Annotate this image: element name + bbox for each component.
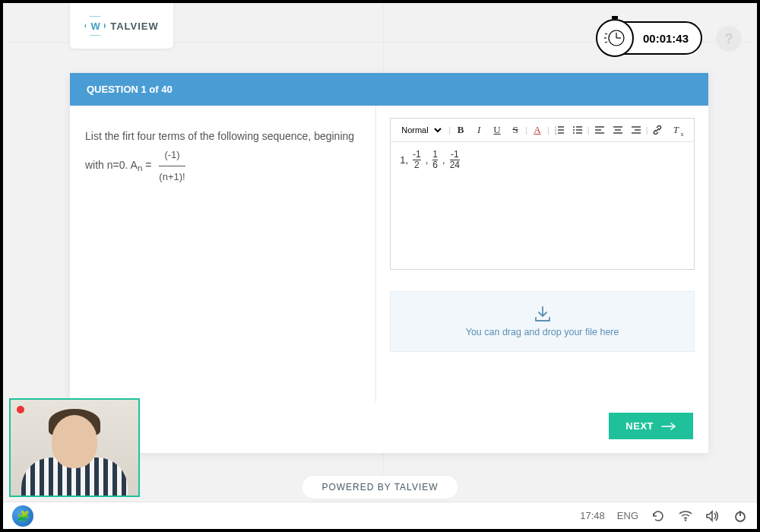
- svg-point-29: [685, 519, 686, 521]
- webcam-preview[interactable]: [9, 398, 140, 497]
- align-left-button[interactable]: [591, 122, 608, 138]
- brand-name: TALVIEW: [110, 21, 159, 32]
- taskbar-language[interactable]: ENG: [617, 510, 638, 521]
- brand-logo-icon: W: [84, 15, 106, 36]
- taskbar: 🧩 17:48 ENG: [3, 502, 757, 529]
- brand-logo-mark: W: [91, 21, 100, 32]
- timer: 00:01:43: [599, 21, 702, 55]
- arrow-right-icon: [661, 423, 676, 430]
- answer-term-3: -1 24: [450, 150, 460, 170]
- italic-button[interactable]: I: [470, 122, 487, 138]
- answer-term-1: -1 2: [413, 150, 421, 170]
- unordered-list-button[interactable]: [569, 122, 586, 138]
- ordered-list-button[interactable]: 123: [551, 122, 568, 138]
- webcam-video: [11, 400, 138, 496]
- dropzone-text: You can drag and drop your file here: [466, 327, 619, 337]
- prompt-equals: =: [142, 159, 154, 171]
- next-button[interactable]: NEXT: [609, 413, 693, 439]
- wifi-icon[interactable]: [678, 508, 693, 524]
- question-card: QUESTION 1 of 40 List the firt four term…: [70, 73, 708, 453]
- next-button-label: NEXT: [625, 420, 654, 432]
- prompt-fraction: (-1) (n+1)!: [154, 146, 189, 185]
- svg-marker-30: [707, 511, 712, 521]
- volume-icon[interactable]: [705, 508, 720, 524]
- power-icon[interactable]: [733, 508, 748, 524]
- svg-line-1: [605, 33, 607, 34]
- clear-format-button[interactable]: Tx: [667, 122, 684, 138]
- taskbar-app-icon[interactable]: 🧩: [12, 505, 33, 527]
- answer-sep-2: ,: [442, 154, 445, 166]
- help-button[interactable]: ?: [716, 26, 742, 52]
- file-dropzone[interactable]: You can drag and drop your file here: [390, 291, 695, 352]
- bold-button[interactable]: B: [452, 122, 469, 138]
- strike-button[interactable]: S: [507, 122, 524, 138]
- fraction-numerator: (-1): [159, 146, 185, 166]
- stopwatch-icon: [596, 19, 634, 57]
- answer-editor[interactable]: Normal | B I U S | A | 123: [390, 118, 695, 270]
- underline-button[interactable]: U: [489, 122, 505, 138]
- answer-sep-1: ,: [426, 154, 429, 166]
- answer-lead: 1,: [400, 154, 408, 166]
- editor-content[interactable]: 1, -1 2 , 1 6 ,: [391, 142, 694, 269]
- question-prompt: List the firt four terms of the followin…: [70, 106, 376, 402]
- brand-logo: W TALVIEW: [70, 3, 173, 49]
- svg-point-15: [573, 126, 575, 128]
- align-right-button[interactable]: [628, 122, 644, 138]
- link-button[interactable]: [649, 122, 666, 138]
- question-header: QUESTION 1 of 40: [70, 73, 708, 106]
- align-center-button[interactable]: [610, 122, 626, 138]
- timer-value: 00:01:43: [643, 32, 689, 45]
- svg-text:3: 3: [555, 131, 556, 135]
- svg-point-17: [573, 132, 575, 134]
- refresh-icon[interactable]: [651, 508, 666, 524]
- svg-line-2: [605, 42, 607, 43]
- recording-indicator-icon: [17, 406, 24, 413]
- svg-point-16: [573, 129, 575, 131]
- editor-toolbar: Normal | B I U S | A | 123: [391, 119, 694, 142]
- powered-by: POWERED BY TALVIEW: [302, 476, 458, 499]
- text-color-button[interactable]: A: [529, 122, 546, 138]
- taskbar-clock: 17:48: [580, 510, 605, 521]
- prompt-text: List the firt four terms of the followin…: [85, 130, 354, 171]
- answer-term-2: 1 6: [432, 150, 438, 170]
- download-icon: [534, 306, 552, 322]
- fraction-denominator: (n+1)!: [159, 166, 185, 185]
- editor-style-select[interactable]: Normal: [395, 123, 444, 137]
